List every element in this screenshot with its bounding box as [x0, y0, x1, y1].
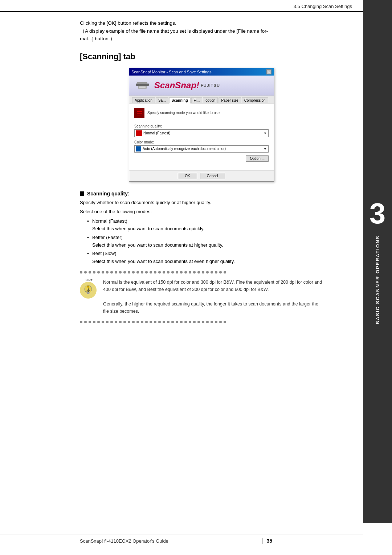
tab-option[interactable]: option	[203, 97, 218, 103]
color-mode-label: Color mode:	[134, 140, 269, 144]
hint-bulb-svg	[82, 284, 95, 297]
dialog-tabs: Application Sa... Scanning Fi... option …	[129, 96, 274, 104]
scanning-quality-section: Scanning quality: Specify whether to sca…	[80, 191, 323, 266]
dialog-footer: OK Cancel	[129, 170, 274, 181]
fujitsu-text: FUJITSU	[201, 83, 220, 88]
svg-point-9	[87, 285, 89, 288]
sidebar-number: 3	[369, 199, 386, 228]
mode-best-desc: Select this when you want to scan docume…	[92, 259, 235, 264]
mode-normal-desc: Select this when you want to scan docume…	[92, 226, 204, 231]
svg-rect-3	[139, 86, 146, 88]
header-title: 3.5 Changing Scan Settings	[294, 4, 352, 9]
page-footer: ScanSnap! fi-4110EOX2 Operator's Guide 3…	[0, 535, 363, 544]
hint-text-content: Normal is the equivalent of 150 dpi for …	[103, 279, 323, 315]
quality-icon	[136, 130, 142, 136]
header-bar: 3.5 Changing Scan Settings	[0, 0, 392, 12]
scansnap-header: ScanSnap! FUJITSU	[129, 76, 274, 96]
tab-application[interactable]: Application	[132, 97, 155, 103]
scanning-quality-heading: Scanning quality:	[80, 191, 323, 197]
hint-icon: HINT	[80, 279, 98, 297]
intro-line2: （A display example of the file name that…	[80, 27, 323, 35]
main-content: Clicking the [OK] button reflects the se…	[0, 12, 363, 339]
option-row: Option ...	[134, 155, 269, 165]
scanning-quality-value: Normal (Fastest)	[143, 131, 170, 135]
hint-box: HINT Normal is the equivalent of 150 dpi…	[80, 279, 323, 315]
dialog-close-button[interactable]: ×	[266, 69, 271, 74]
footer-divider	[262, 538, 262, 544]
svg-rect-15	[87, 292, 90, 293]
svg-rect-6	[137, 113, 142, 114]
scanning-quality-intro1: Specify whether to scan documents quickl…	[80, 199, 323, 206]
scanning-quality-select[interactable]: Normal (Fastest) ▼	[134, 129, 269, 137]
list-item-normal: Normal (Fastest) Select this when you wa…	[87, 217, 323, 233]
dialog-description: Specify scanning mode you would like to …	[147, 111, 221, 115]
right-sidebar: 3 BASIC SCANNER OPERATIONS	[363, 0, 392, 523]
color-mode-value: Auto (Automaticaly recognize each docume…	[143, 147, 226, 151]
scanning-quality-intro2: Select one of the following modes:	[80, 208, 323, 215]
scanning-quality-group: Scanning quality: Normal (Fastest) ▼	[134, 124, 269, 137]
color-mode-group: Color mode: Auto (Automaticaly recognize…	[134, 140, 269, 153]
mode-best-title: Best (Slow)	[92, 251, 116, 256]
intro-line3: mat...] button.）	[80, 35, 323, 43]
tab-save[interactable]: Sa...	[156, 97, 168, 103]
icon-svg	[136, 109, 143, 117]
black-square-icon	[80, 191, 84, 196]
scanning-modes-list: Normal (Fastest) Select this when you wa…	[80, 217, 323, 266]
dialog-container: ScanSnap! Monitor - Scan and Save Settin…	[80, 68, 323, 182]
dialog-inner: Specify scanning mode you would like to …	[129, 104, 274, 170]
svg-rect-7	[137, 115, 140, 116]
dialog-titlebar: ScanSnap! Monitor - Scan and Save Settin…	[129, 68, 274, 76]
mode-normal-title: Normal (Fastest)	[92, 218, 127, 224]
hint-text2: Generally, the higher the required scann…	[103, 301, 318, 314]
dotted-separator-bottom	[80, 321, 323, 323]
cancel-button[interactable]: Cancel	[200, 173, 225, 179]
tab-scanning[interactable]: Scanning	[169, 97, 191, 104]
dialog-title: ScanSnap! Monitor - Scan and Save Settin…	[131, 70, 212, 74]
scanning-quality-label: Scanning quality:	[134, 124, 269, 128]
sidebar-text: BASIC SCANNER OPERATIONS	[375, 235, 380, 324]
scanner-icon	[134, 79, 151, 92]
dialog-icon-row: Specify scanning mode you would like to …	[134, 108, 269, 121]
list-item-better: Better (Faster) Select this when you wan…	[87, 234, 323, 249]
intro-text: Clicking the [OK] button reflects the se…	[80, 19, 323, 43]
option-button[interactable]: Option ...	[246, 155, 269, 162]
mode-better-desc: Select this when you want to scan docume…	[92, 242, 223, 248]
footer-product: ScanSnap! fi-4110EOX2 Operator's Guide	[0, 538, 168, 544]
mode-better-title: Better (Faster)	[92, 235, 123, 240]
dialog-window: ScanSnap! Monitor - Scan and Save Settin…	[129, 68, 274, 182]
intro-line1: Clicking the [OK] button reflects the se…	[80, 19, 323, 27]
hint-label: HINT	[80, 279, 98, 282]
list-item-best: Best (Slow) Select this when you want to…	[87, 250, 323, 265]
color-mode-select[interactable]: Auto (Automaticaly recognize each docume…	[134, 145, 269, 153]
select-arrow-icon: ▼	[264, 131, 267, 135]
hint-text1: Normal is the equivalent of 150 dpi for …	[103, 280, 322, 292]
hint-icon-inner	[80, 282, 97, 299]
section-heading: [Scanning] tab	[80, 52, 323, 61]
scansnap-logo: ScanSnap!	[154, 80, 199, 90]
svg-rect-1	[137, 82, 147, 84]
color-select-arrow-icon: ▼	[264, 147, 267, 151]
scanning-mode-icon	[134, 108, 144, 118]
footer-page: 35	[259, 538, 272, 544]
tab-compression[interactable]: Compression	[242, 97, 268, 103]
svg-rect-5	[137, 111, 142, 112]
color-mode-icon	[136, 146, 141, 151]
tab-fi[interactable]: Fi...	[191, 97, 203, 103]
svg-rect-16	[87, 293, 89, 294]
dotted-separator-top	[80, 271, 323, 274]
tab-paper-size[interactable]: Paper size	[219, 97, 241, 103]
ok-button[interactable]: OK	[178, 173, 197, 179]
